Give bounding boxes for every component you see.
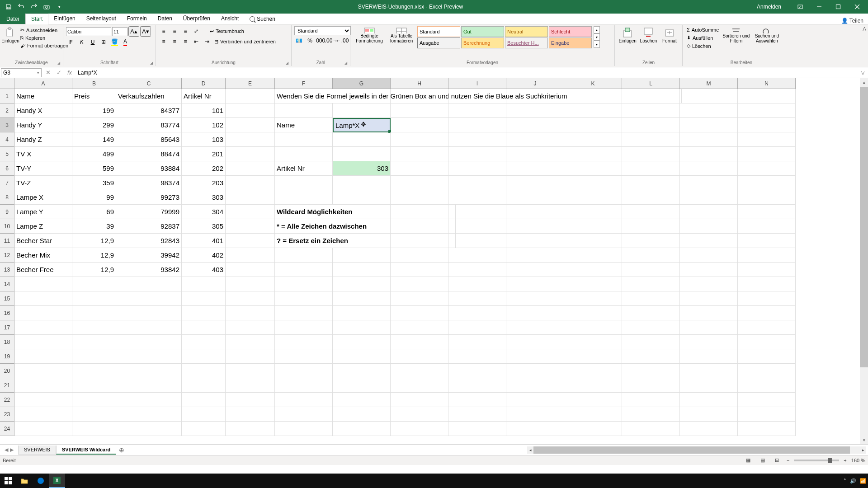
cell-J23[interactable] (506, 407, 564, 422)
cell-F4[interactable] (275, 132, 333, 147)
cell-J13[interactable] (506, 263, 564, 277)
cell-E20[interactable] (226, 364, 275, 378)
cell-K9[interactable] (564, 205, 622, 219)
cell-I22[interactable] (448, 393, 506, 407)
cell-H12[interactable] (391, 248, 448, 263)
cell-H4[interactable] (391, 132, 448, 147)
cell-D23[interactable] (182, 407, 226, 422)
cell-K20[interactable] (564, 364, 622, 378)
cell-B6[interactable]: 599 (72, 161, 116, 176)
cell-A24[interactable] (14, 422, 72, 436)
cell-A22[interactable] (14, 393, 72, 407)
cell-H16[interactable] (391, 306, 448, 320)
cell-J15[interactable] (506, 291, 564, 306)
cell-I1[interactable] (448, 89, 506, 103)
cell-E14[interactable] (226, 277, 275, 291)
cell-N19[interactable] (738, 349, 796, 364)
cell-G6[interactable]: 303 (333, 161, 391, 176)
sheet-nav-first[interactable]: ◀ (5, 447, 8, 453)
cancel-formula-button[interactable]: ✕ (42, 68, 53, 77)
cell-L17[interactable] (622, 320, 680, 335)
cell-J2[interactable] (506, 103, 564, 118)
cell-N20[interactable] (738, 364, 796, 378)
cell-B18[interactable] (72, 335, 116, 349)
cell-D10[interactable]: 305 (182, 219, 226, 234)
cell-J18[interactable] (506, 335, 564, 349)
cell-B19[interactable] (72, 349, 116, 364)
col-header-J[interactable]: J (506, 78, 564, 89)
cell-H15[interactable] (391, 291, 448, 306)
cell-I14[interactable] (448, 277, 506, 291)
row-header-18[interactable]: 18 (0, 335, 14, 349)
name-box[interactable]: G3▾ (1, 68, 42, 77)
row-header-2[interactable]: 2 (0, 103, 14, 118)
cell-B7[interactable]: 359 (72, 176, 116, 190)
cell-H3[interactable] (391, 118, 448, 132)
cell-F8[interactable] (275, 190, 333, 205)
zoom-out-button[interactable]: − (787, 458, 789, 463)
cell-J9[interactable] (506, 205, 564, 219)
launcher-icon[interactable]: ◢ (286, 61, 288, 65)
col-header-C[interactable]: C (116, 78, 182, 89)
cell-B20[interactable] (72, 364, 116, 378)
cell-C2[interactable]: 84377 (116, 103, 182, 118)
launcher-icon[interactable]: ◢ (150, 61, 153, 65)
cell-E19[interactable] (226, 349, 275, 364)
cell-I9[interactable] (448, 205, 506, 219)
cell-B23[interactable] (72, 407, 116, 422)
cell-E12[interactable] (226, 248, 275, 263)
cell-L16[interactable] (622, 306, 680, 320)
cell-D16[interactable] (182, 306, 226, 320)
wrap-text-button[interactable]: ↩Textumbruch (208, 28, 245, 35)
cell-K11[interactable] (564, 234, 622, 248)
cell-H11[interactable] (391, 234, 448, 248)
cell-B9[interactable]: 69 (72, 205, 116, 219)
cell-N17[interactable] (738, 320, 796, 335)
cell-E13[interactable] (226, 263, 275, 277)
excel-taskbar-button[interactable]: X (49, 474, 65, 488)
cell-K19[interactable] (564, 349, 622, 364)
insert-function-button[interactable]: fx (64, 68, 75, 77)
cell-I15[interactable] (448, 291, 506, 306)
cell-E23[interactable] (226, 407, 275, 422)
cell-M21[interactable] (680, 378, 738, 393)
launcher-icon[interactable]: ◢ (57, 61, 60, 65)
cell-G24[interactable] (333, 422, 391, 436)
cell-G16[interactable] (333, 306, 391, 320)
cell-I18[interactable] (448, 335, 506, 349)
cell-J20[interactable] (506, 364, 564, 378)
cell-L13[interactable] (622, 263, 680, 277)
delete-cells-button[interactable]: Löschen (638, 26, 658, 44)
cell-A2[interactable]: Handy X (14, 103, 72, 118)
cell-F24[interactable] (275, 422, 333, 436)
cell-D1[interactable]: Artikel Nr (182, 89, 226, 103)
cell-C10[interactable]: 92837 (116, 219, 182, 234)
spreadsheet-grid[interactable]: ABCDEFGHIJKLMN 1234567891011121314151617… (0, 78, 868, 444)
cell-L21[interactable] (622, 378, 680, 393)
cell-F18[interactable] (275, 335, 333, 349)
percent-button[interactable]: % (305, 36, 315, 46)
cell-I6[interactable] (448, 161, 506, 176)
scrollbar-thumb[interactable] (533, 446, 850, 454)
col-header-M[interactable]: M (680, 78, 738, 89)
row-header-22[interactable]: 22 (0, 393, 14, 407)
cell-E2[interactable] (226, 103, 275, 118)
col-header-G[interactable]: G (333, 78, 391, 89)
cell-K2[interactable] (564, 103, 622, 118)
cell-B1[interactable]: Preis (72, 89, 116, 103)
align-center-button[interactable]: ≡ (170, 37, 179, 47)
cell-G3[interactable]: Lamp*X (333, 118, 391, 132)
row-header-3[interactable]: 3 (0, 118, 14, 132)
cell-E18[interactable] (226, 335, 275, 349)
cell-C1[interactable]: Verkaufszahlen (116, 89, 182, 103)
cell-J22[interactable] (506, 393, 564, 407)
cell-M7[interactable] (680, 176, 738, 190)
cell-D19[interactable] (182, 349, 226, 364)
cell-I17[interactable] (448, 320, 506, 335)
cell-N16[interactable] (738, 306, 796, 320)
cell-F5[interactable] (275, 147, 333, 161)
bold-button[interactable]: F (66, 37, 76, 47)
cell-G14[interactable] (333, 277, 391, 291)
cell-M8[interactable] (680, 190, 738, 205)
search-tab[interactable]: Suchen (244, 14, 281, 24)
